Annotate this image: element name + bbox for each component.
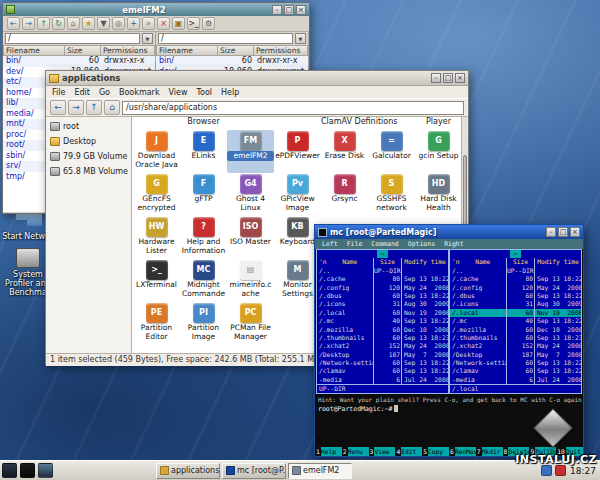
column-header-filename[interactable]: Filename: [156, 45, 218, 56]
fkey-renmov[interactable]: 6RenMov: [449, 447, 476, 456]
mc-file-row-mc[interactable]: /.mc 40 Sep 13 18:22: [450, 317, 581, 325]
mc-panel-path[interactable]: ~: [450, 250, 581, 258]
app-icon-gencfs-encrypted-directories[interactable]: G GEncFS encrypted directories: [133, 173, 180, 216]
sidebar-item-65-8-mb-volume[interactable]: 65.8 MB Volume: [46, 164, 131, 179]
column-header-permissions[interactable]: Permissions: [101, 45, 155, 56]
new-dir-icon[interactable]: ▣: [172, 17, 185, 30]
app-icon-gftp[interactable]: F gFTP: [180, 173, 227, 216]
menu-tool[interactable]: Tool: [197, 88, 213, 97]
applications-titlebar[interactable]: applications –□×: [46, 71, 468, 86]
close-button[interactable]: ×: [296, 5, 306, 15]
app-icon-emelfm2[interactable]: FM emelFM2: [227, 130, 274, 173]
fkey-pulldn[interactable]: 9PullDn: [529, 447, 556, 456]
mc-file-row-config[interactable]: /.config 120 May 24 2008: [317, 284, 448, 292]
sidebar-item-desktop[interactable]: Desktop: [46, 134, 131, 149]
mc-command-line[interactable]: root@PartedMagic:~#: [315, 403, 583, 415]
mc-file-row-mozilla[interactable]: /.mozilla 60 Dec 10 2008: [450, 326, 581, 334]
path-dropdown-button[interactable]: ▼: [295, 33, 306, 44]
mc-file-row-dbus[interactable]: /.dbus 60 Sep 13 18:22: [317, 292, 448, 300]
mc-menu-left[interactable]: Left: [322, 239, 338, 249]
mc-file-row-thumbnails[interactable]: /.thumbnails 60 Sep 13 18:23: [450, 334, 581, 342]
up-icon[interactable]: ↑: [37, 17, 50, 30]
app-icon-ghost-4-linux[interactable]: G4 Ghost 4 Linux: [227, 173, 274, 216]
maximize-button[interactable]: □: [558, 227, 568, 237]
refresh-icon[interactable]: ↻: [52, 17, 65, 30]
mc-menu-right[interactable]: Right: [444, 239, 464, 249]
app-icon-help-and-information[interactable]: ? Help and Information: [180, 216, 227, 259]
filter-icon[interactable]: ▼: [97, 17, 110, 30]
mc-file-row-local[interactable]: /.local 60 Nov 19 2008: [450, 309, 581, 317]
app-icon-label-player[interactable]: Player: [415, 117, 462, 130]
flag-tray-icon[interactable]: [555, 465, 566, 476]
find-icon[interactable]: ◎: [112, 17, 125, 30]
maximize-button[interactable]: □: [284, 5, 294, 15]
column-header-filename[interactable]: Filename: [3, 45, 65, 56]
app-icon-midnight-commander[interactable]: MC Midnight Commander: [180, 259, 227, 302]
mc-panel-path[interactable]: ~: [317, 250, 448, 258]
mc-file-row-clamav[interactable]: /clamav 60 Sep 13 18:22: [450, 367, 581, 375]
back-icon[interactable]: ←: [7, 17, 20, 30]
move-icon[interactable]: »: [142, 17, 155, 30]
maximize-button[interactable]: □: [443, 73, 453, 83]
column-header-size[interactable]: Size: [65, 45, 101, 56]
screenshot-launcher-icon[interactable]: [38, 463, 53, 478]
mc-file-row-xchat2[interactable]: /.xchat2 152 May 24 2008: [317, 342, 448, 350]
menu-go[interactable]: Go: [99, 88, 110, 97]
path-input[interactable]: /: [5, 33, 140, 44]
back-icon[interactable]: ←: [50, 100, 66, 115]
mc-file-row-up[interactable]: /.. UP--DIR: [317, 267, 448, 275]
mc-file-row-media[interactable]: -media 6 Jul 24 2008: [317, 376, 448, 384]
app-icon-erase-disk[interactable]: X Erase Disk: [321, 130, 368, 173]
app-icon-mimeinfo-cache[interactable]: ▤ mimeinfo.cache: [227, 259, 274, 302]
forward-icon[interactable]: →: [68, 100, 84, 115]
column-header-permissions[interactable]: Permissions: [254, 45, 308, 56]
fkey-edit[interactable]: 4Edit: [395, 447, 422, 456]
mc-file-row-icons[interactable]: /.icons 31 Aug 30 2009: [317, 300, 448, 308]
mc-file-row-cache[interactable]: /.cache 80 Sep 13 18:22: [450, 275, 581, 283]
taskbar-button-emelfm2[interactable]: emelFM2: [288, 463, 352, 479]
menu-bookmark[interactable]: Bookmark: [119, 88, 160, 97]
fkey-copy[interactable]: 5Copy: [422, 447, 449, 456]
app-icon-label-browser[interactable]: Browser: [180, 117, 227, 130]
path-dropdown-button[interactable]: ▼: [142, 33, 153, 44]
fkey-view[interactable]: 3View: [369, 447, 396, 456]
start-menu-icon[interactable]: [2, 463, 17, 478]
app-icon-download-oracle-java[interactable]: J Download Oracle Java: [133, 130, 180, 173]
app-icon-hard-disk-health-inspection[interactable]: HD Hard Disk Health Inspection: [415, 173, 462, 216]
delete-icon[interactable]: ×: [157, 17, 170, 30]
terminal-launcher-icon[interactable]: [20, 463, 35, 478]
mc-file-row-network-settings[interactable]: /Network-settings 60 Sep 13 18:22: [450, 359, 581, 367]
address-bar[interactable]: /usr/share/applications: [122, 101, 464, 115]
file-row-bin[interactable]: bin/ 60 drwxr-xr-x: [3, 56, 155, 67]
close-button[interactable]: ×: [455, 73, 465, 83]
app-icon-galculator[interactable]: = Galculator: [368, 130, 415, 173]
mc-file-row-thumbnails[interactable]: /.thumbnails 60 Sep 13 18:23: [317, 334, 448, 342]
app-icon-partition-editor[interactable]: PE Partition Editor: [133, 302, 180, 345]
mc-file-row-desktop[interactable]: /Desktop 187 May 7 2008: [450, 351, 581, 359]
mc-file-row-dbus[interactable]: /.dbus 60 Sep 13 18:22: [450, 292, 581, 300]
menu-edit[interactable]: Edit: [74, 88, 90, 97]
copy-icon[interactable]: +: [127, 17, 140, 30]
mc-titlebar[interactable]: mc [root@PartedMagic] –□×: [315, 225, 583, 239]
app-icon-hardware-lister[interactable]: HW Hardware Lister: [133, 216, 180, 259]
mc-file-row-media[interactable]: -media 6 Jul 24 2008: [450, 376, 581, 384]
up-icon[interactable]: ↑: [86, 100, 102, 115]
mc-file-row-mozilla[interactable]: /.mozilla 60 Dec 10 2008: [317, 326, 448, 334]
minimize-button[interactable]: –: [431, 73, 441, 83]
mc-file-row-icons[interactable]: /.icons 31 Aug 30 2009: [450, 300, 581, 308]
app-icon-gpicview-image-viewer[interactable]: Pv GPicView Image Viewer: [274, 173, 321, 216]
mc-file-row-cache[interactable]: /.cache 80 Sep 13 18:22: [317, 275, 448, 283]
mc-file-row-config[interactable]: /.config 120 May 24 2008: [450, 284, 581, 292]
mc-menu-file[interactable]: File: [347, 239, 363, 249]
app-icon-lxterminal[interactable]: >_ LXTerminal: [133, 259, 180, 302]
fkey-help[interactable]: 1Help: [315, 447, 342, 456]
minimize-button[interactable]: –: [272, 5, 282, 15]
taskbar-button-mc-root-p[interactable]: mc [root@P...: [222, 463, 286, 479]
menu-help[interactable]: Help: [221, 88, 239, 97]
network-tray-icon[interactable]: [541, 465, 552, 476]
mc-terminal[interactable]: LeftFileCommandOptionsRight ~ 'nName Siz…: [315, 239, 583, 456]
fkey-menu[interactable]: 2Menu: [342, 447, 369, 456]
file-row-bin[interactable]: bin/ 60 drwxr-xr-x: [156, 56, 308, 67]
mc-file-row-xchat2[interactable]: /.xchat2 152 May 24 2008: [450, 342, 581, 350]
app-icon-partition-image[interactable]: PI Partition Image: [180, 302, 227, 345]
